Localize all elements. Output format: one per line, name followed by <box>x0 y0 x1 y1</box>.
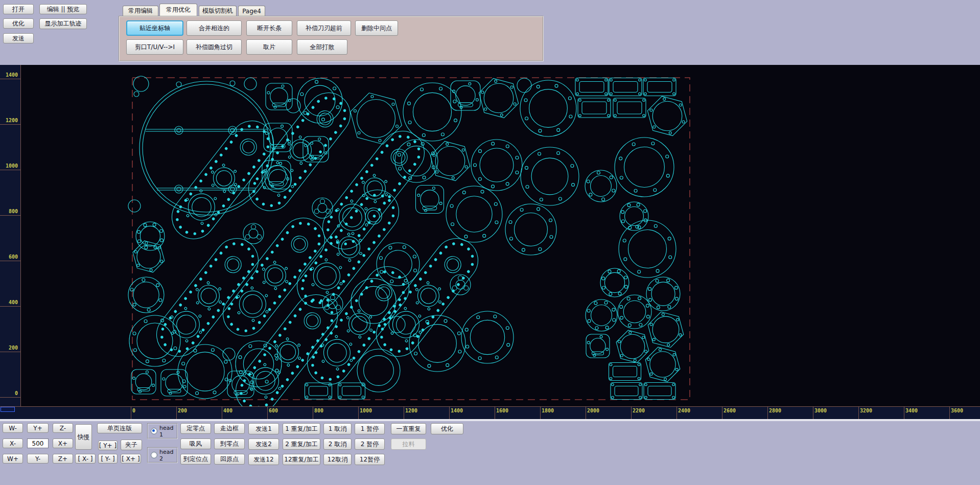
radio-head-2-dot[interactable] <box>151 452 157 458</box>
ruler-label: 2800 <box>769 408 781 413</box>
btn-send[interactable]: 发送 <box>3 33 34 43</box>
btn-edit-preview[interactable]: 编辑 || 预览 <box>39 4 87 14</box>
ruler-tick <box>949 407 950 419</box>
btn-clamp[interactable]: 夹子 <box>121 440 142 450</box>
tab-template-cutter[interactable]: 模版切割机 <box>199 6 237 16</box>
tool-merge-connected[interactable]: 合并相连的 <box>186 20 242 36</box>
btn-cancel-2[interactable]: 2 取消 <box>323 438 352 450</box>
tool-delete-midpoints[interactable]: 删除中间点 <box>355 20 398 36</box>
tool-notch-tuv-to-i[interactable]: 剪口T/U/V-->I <box>126 39 183 55</box>
ruler-label: 2600 <box>724 408 736 413</box>
tool-break-long-strip[interactable]: 断开长条 <box>246 20 292 36</box>
ruler-tick <box>222 407 222 419</box>
ruler-tick <box>313 407 313 419</box>
btn-single-page-nest[interactable]: 单页连版 <box>97 423 142 433</box>
btn-soft-y-plus[interactable]: [ Y+ ] <box>98 441 118 450</box>
ruler-label: 3000 <box>814 408 827 413</box>
ruler-label: 3600 <box>951 408 963 413</box>
ruler-label: 2200 <box>633 408 645 413</box>
tool-snap-axis[interactable]: 贴近坐标轴 <box>126 20 183 36</box>
ruler-label: 1000 <box>360 408 372 413</box>
ruler-origin-marker <box>1 407 15 412</box>
tool-explode-all[interactable]: 全部打散 <box>297 39 347 55</box>
tool-comp-fillet-overcut[interactable]: 补偿圆角过切 <box>186 39 242 55</box>
btn-jog-w-plus[interactable]: W+ <box>3 454 23 464</box>
btn-pause-2[interactable]: 2 暂停 <box>355 438 385 450</box>
btn-soft-x-plus[interactable]: [ X+ ] <box>121 454 141 464</box>
btn-pause-1[interactable]: 1 暂停 <box>355 423 385 434</box>
btn-jog-z-plus[interactable]: Z+ <box>53 454 73 464</box>
btn-send-12[interactable]: 发送12 <box>248 454 279 465</box>
btn-show-track[interactable]: 显示加工轨迹 <box>39 18 87 29</box>
ruler-tick <box>0 352 21 352</box>
ruler-tick <box>0 79 21 79</box>
btn-jog-y-minus[interactable]: Y- <box>27 454 49 464</box>
ruler-label: 1000 <box>6 163 18 169</box>
btn-jog-x-plus[interactable]: X+ <box>53 438 73 448</box>
ruler-tick <box>449 407 450 419</box>
ruler-tick <box>0 170 21 170</box>
tab-common-edit[interactable]: 常用编辑 <box>123 6 158 16</box>
bottom-ruler: 0200400600800100012001400160018002000220… <box>0 406 980 419</box>
tool-comp-blade-lead[interactable]: 补偿刀刃超前 <box>297 20 351 36</box>
app-window: 1400120010008006004002000 02004006008001… <box>0 0 980 485</box>
btn-set-zero[interactable]: 定零点 <box>180 423 211 434</box>
ruler-tick <box>540 407 541 419</box>
btn-cancel-1[interactable]: 1 取消 <box>323 423 352 434</box>
btn-jog-x-minus[interactable]: X- <box>3 438 23 448</box>
ruler-tick <box>0 261 21 261</box>
btn-jog-z-minus[interactable]: Z- <box>53 423 73 433</box>
tab-common-optimize[interactable]: 常用优化 <box>159 4 197 16</box>
ruler-tick <box>358 407 359 419</box>
btn-home[interactable]: 回原点 <box>214 454 245 465</box>
ruler-label: 2400 <box>678 408 690 413</box>
btn-soft-x-minus[interactable]: [ X- ] <box>75 454 96 464</box>
ruler-tick <box>858 407 859 419</box>
btn-send-2[interactable]: 发送2 <box>248 438 279 450</box>
btn-suction[interactable]: 吸风 <box>180 438 211 449</box>
btn-jog-y-plus[interactable]: Y+ <box>27 423 49 433</box>
radio-head-1-dot[interactable] <box>151 428 157 434</box>
ruler-label: 200 <box>178 408 187 413</box>
ruler-label: 0 <box>132 408 135 413</box>
btn-repeat-12[interactable]: 12重复/加工 <box>283 454 320 465</box>
ruler-label: 800 <box>314 408 323 413</box>
ruler-tick <box>676 407 677 419</box>
ruler-label: 1400 <box>451 408 463 413</box>
tool-pick-piece[interactable]: 取片 <box>246 39 292 55</box>
radio-head-2[interactable]: head 2 <box>147 447 178 463</box>
radio-head-1[interactable]: head 1 <box>147 423 178 439</box>
tab-page4[interactable]: Page4 <box>238 6 265 16</box>
radio-head-1-label: head 1 <box>159 425 177 438</box>
btn-jog-w-minus[interactable]: W- <box>3 423 23 433</box>
btn-open[interactable]: 打开 <box>3 4 34 14</box>
btn-pause-12[interactable]: 12暂停 <box>355 454 385 465</box>
drawing-canvas[interactable] <box>21 65 980 406</box>
ruler-label: 600 <box>9 254 18 260</box>
ruler-tick <box>131 407 131 419</box>
ruler-label: 1400 <box>6 72 18 78</box>
ruler-tick <box>0 215 21 216</box>
btn-optimize-run[interactable]: 优化 <box>431 423 463 434</box>
btn-send-1[interactable]: 发送1 <box>248 423 279 434</box>
ruler-label: 2000 <box>587 408 599 413</box>
btn-cancel-12[interactable]: 12取消 <box>323 454 352 465</box>
btn-optimize[interactable]: 优化 <box>3 18 34 29</box>
ruler-tick <box>0 397 21 398</box>
btn-repeat-2[interactable]: 2 重复/加工 <box>283 438 320 450</box>
ruler-label: 1200 <box>6 118 18 123</box>
ruler-label: 400 <box>9 299 18 305</box>
btn-repeat-1[interactable]: 1 重复/加工 <box>283 423 320 434</box>
btn-walk-frame[interactable]: 走边框 <box>214 423 245 434</box>
btn-to-zero[interactable]: 到零点 <box>214 438 245 449</box>
btn-repeat-forever[interactable]: 一直重复 <box>391 423 426 434</box>
btn-soft-y-minus[interactable]: [ Y- ] <box>98 454 118 464</box>
ruler-tick <box>813 407 813 419</box>
left-ruler: 1400120010008006004002000 <box>0 65 21 406</box>
speed-input[interactable] <box>27 438 49 448</box>
btn-to-locate[interactable]: 到定位点 <box>180 454 211 465</box>
ruler-label: 800 <box>9 209 18 214</box>
ruler-label: 3200 <box>860 408 872 413</box>
btn-fast-slow[interactable]: 快慢 <box>75 424 92 450</box>
ruler-tick <box>404 407 404 419</box>
